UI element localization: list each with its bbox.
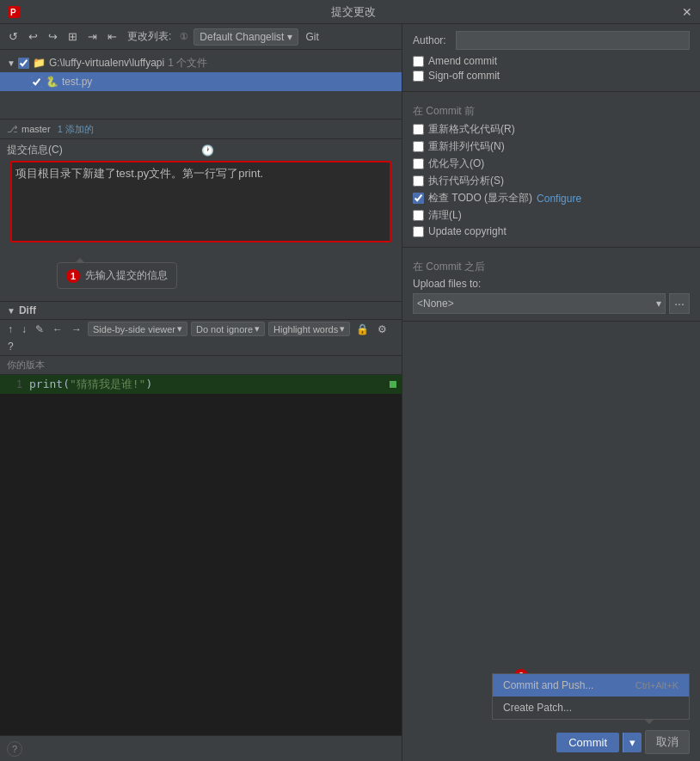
reformat-row: 重新格式化代码(R) bbox=[413, 122, 690, 137]
branch-icon: ⎇ bbox=[7, 124, 18, 135]
commit-buttons-area: 2 再使用组合功能，提交到版本库以后直接push Commit ▾ 取消 Com… bbox=[402, 668, 700, 761]
line-number-1: 1 bbox=[3, 378, 29, 390]
btn-row: Commit ▾ 取消 bbox=[556, 730, 690, 754]
check-todo-checkbox[interactable] bbox=[413, 193, 424, 204]
diff-edit-button[interactable]: ✎ bbox=[33, 322, 46, 336]
commit-msg-label: 提交信息(C) bbox=[7, 143, 201, 157]
line-content-string: "猜猜我是谁!" bbox=[70, 377, 145, 390]
diff-indicator bbox=[390, 381, 396, 388]
check-todo-label: 检查 TODO (显示全部) bbox=[428, 191, 532, 206]
signoff-commit-label: Sign-off commit bbox=[428, 70, 500, 82]
file-checkbox[interactable] bbox=[31, 77, 42, 88]
configure-link[interactable]: Configure bbox=[537, 193, 581, 205]
before-commit-title: 在 Commit 前 bbox=[413, 104, 690, 119]
root-checkbox[interactable] bbox=[18, 58, 29, 69]
optimize-row: 优化导入(O) bbox=[413, 156, 690, 171]
changelist-value: Default Changelist bbox=[200, 31, 284, 43]
cleanup-row: 清理(L) bbox=[413, 208, 690, 223]
diff-down-button[interactable]: ↓ bbox=[19, 322, 29, 336]
update-copyright-checkbox[interactable] bbox=[413, 226, 424, 237]
diff-up-button[interactable]: ↑ bbox=[5, 322, 15, 336]
commit-and-push-label: Commit and Push... bbox=[503, 679, 593, 691]
root-count-label: 1 个文件 bbox=[168, 56, 207, 71]
cleanup-checkbox[interactable] bbox=[413, 210, 424, 221]
refresh-button[interactable]: ↺ bbox=[5, 28, 21, 45]
update-copyright-label: Update copyright bbox=[428, 225, 507, 237]
app-icon: P bbox=[7, 5, 21, 19]
amend-commit-checkbox[interactable] bbox=[413, 56, 424, 67]
git-section: Author: Amend commit Sign-off commit bbox=[402, 24, 700, 92]
close-button[interactable]: ✕ bbox=[681, 6, 693, 18]
highlight-dropdown[interactable]: Highlight words ▾ bbox=[268, 322, 350, 336]
cancel-button[interactable]: 取消 bbox=[645, 730, 690, 754]
toolbar: ↺ ↩ ↪ ⊞ ⇥ ⇤ 更改列表: ① Default Changelist ▾… bbox=[0, 24, 402, 50]
upload-none-label: <None> bbox=[417, 298, 454, 310]
update-copyright-row: Update copyright bbox=[413, 225, 690, 237]
create-patch-item[interactable]: Create Patch... bbox=[493, 697, 689, 719]
rearrange-label: 重新排列代码(N) bbox=[428, 139, 505, 154]
tooltip-enter-message: 1 先输入提交的信息 bbox=[57, 262, 177, 289]
bottom-help-button[interactable]: ? bbox=[7, 741, 22, 757]
changelist-index: ① bbox=[180, 31, 188, 42]
reformat-label: 重新格式化代码(R) bbox=[428, 122, 515, 137]
viewer-dropdown-icon: ▾ bbox=[177, 323, 182, 334]
author-row: Author: bbox=[413, 31, 690, 50]
optimize-label: 优化导入(O) bbox=[428, 156, 484, 171]
changelist-dropdown[interactable]: Default Changelist ▾ bbox=[193, 28, 298, 46]
commit-dropdown-menu: Commit and Push... Ctrl+Alt+K Create Pat… bbox=[492, 673, 690, 720]
changelist-arrow-icon: ▾ bbox=[287, 31, 292, 43]
upload-more-button[interactable]: ··· bbox=[669, 293, 690, 314]
diff-gear-button[interactable]: ⚙ bbox=[375, 322, 390, 336]
after-commit-title: 在 Commit 之后 bbox=[413, 260, 690, 274]
changelist-prefix-label: 更改列表: bbox=[127, 29, 171, 44]
diff-title-label: Diff bbox=[19, 304, 36, 316]
commit-msg-area bbox=[10, 161, 391, 242]
ignore-dropdown[interactable]: Do not ignore ▾ bbox=[191, 322, 265, 336]
diff-help-button[interactable]: ? bbox=[5, 340, 16, 353]
tree-root-row[interactable]: ▼ 📁 G:\luffy-virtualenv\luffyapi 1 个文件 bbox=[0, 53, 402, 72]
expand-button[interactable]: ⇥ bbox=[84, 28, 101, 45]
diff-lock-button[interactable]: 🔒 bbox=[353, 322, 371, 336]
upload-arrow-icon: ▾ bbox=[656, 298, 661, 310]
diff-right-button[interactable]: → bbox=[69, 322, 84, 336]
ignore-dropdown-label: Do not ignore bbox=[196, 324, 253, 334]
tooltip1-text: 先输入提交的信息 bbox=[85, 268, 168, 283]
commit-msg-input[interactable] bbox=[15, 166, 386, 235]
commit-msg-header: 提交信息(C) 🕐 bbox=[0, 139, 402, 161]
signoff-commit-row: Sign-off commit bbox=[413, 70, 690, 82]
commit-clock-icon[interactable]: 🕐 bbox=[201, 144, 396, 156]
cleanup-label: 清理(L) bbox=[428, 208, 462, 223]
rearrange-row: 重新排列代码(N) bbox=[413, 139, 690, 154]
right-panel: Author: Amend commit Sign-off commit 在 C… bbox=[402, 24, 700, 761]
left-panel: ↺ ↩ ↪ ⊞ ⇥ ⇤ 更改列表: ① Default Changelist ▾… bbox=[0, 24, 402, 761]
reformat-checkbox[interactable] bbox=[413, 124, 424, 135]
viewer-dropdown[interactable]: Side-by-side viewer ▾ bbox=[88, 322, 187, 336]
optimize-checkbox[interactable] bbox=[413, 158, 424, 169]
group-button[interactable]: ⊞ bbox=[64, 28, 81, 45]
diff-line-1: 1 print("猜猜我是谁!") bbox=[0, 375, 402, 394]
upload-row: <None> ▾ ··· bbox=[413, 293, 690, 314]
file-name-label: test.py bbox=[62, 76, 92, 88]
commit-arrow-button[interactable]: ▾ bbox=[623, 733, 642, 752]
diff-collapse-icon[interactable]: ▼ bbox=[7, 306, 15, 316]
file-row[interactable]: 🐍 test.py bbox=[0, 72, 402, 91]
commit-and-push-item[interactable]: Commit and Push... Ctrl+Alt+K bbox=[493, 674, 689, 697]
line-content-suffix: ) bbox=[145, 377, 152, 390]
upload-none-dropdown[interactable]: <None> ▾ bbox=[413, 293, 666, 314]
redo-button[interactable]: ↪ bbox=[45, 28, 61, 45]
title-bar: P 提交更改 ✕ bbox=[0, 0, 700, 24]
author-input[interactable] bbox=[456, 31, 690, 50]
rearrange-checkbox[interactable] bbox=[413, 141, 424, 152]
line-content-1: print("猜猜我是谁!") bbox=[29, 377, 152, 392]
line-content-prefix: print( bbox=[29, 377, 70, 390]
bottom-bar: ? bbox=[0, 735, 402, 761]
analyze-checkbox[interactable] bbox=[413, 175, 424, 187]
ignore-dropdown-icon: ▾ bbox=[255, 323, 260, 334]
collapse-button[interactable]: ⇤ bbox=[104, 28, 120, 45]
undo-button[interactable]: ↩ bbox=[25, 28, 41, 45]
file-tree: ▼ 📁 G:\luffy-virtualenv\luffyapi 1 个文件 🐍… bbox=[0, 50, 402, 119]
diff-left-button[interactable]: ← bbox=[50, 322, 65, 336]
commit-button[interactable]: Commit bbox=[556, 733, 619, 752]
branch-info-label: 1 添加的 bbox=[58, 123, 94, 136]
signoff-commit-checkbox[interactable] bbox=[413, 71, 424, 82]
